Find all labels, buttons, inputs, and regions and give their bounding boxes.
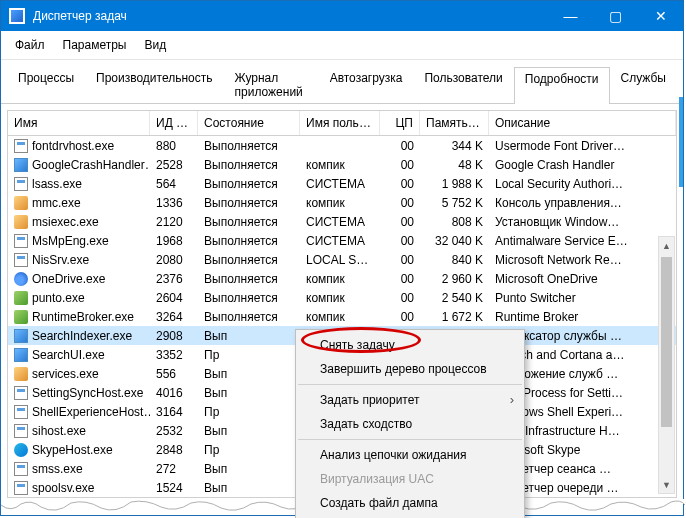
- proc-state: Выполняется: [198, 215, 300, 229]
- maximize-button[interactable]: ▢: [593, 1, 638, 31]
- proc-name: smss.exe: [32, 462, 83, 476]
- tab-processes[interactable]: Процессы: [7, 66, 85, 103]
- tab-services[interactable]: Службы: [610, 66, 677, 103]
- proc-cpu: 00: [380, 234, 420, 248]
- scroll-thumb[interactable]: [661, 257, 672, 427]
- table-row[interactable]: MsMpEng.exe1968ВыполняетсяСИСТЕМА0032 04…: [8, 231, 676, 250]
- proc-user: компик: [300, 196, 380, 210]
- proc-desc: Установщик Window…: [489, 215, 676, 229]
- proc-cpu: 00: [380, 158, 420, 172]
- table-row[interactable]: NisSrv.exe2080ВыполняетсяLOCAL SER…00840…: [8, 250, 676, 269]
- proc-pid: 564: [150, 177, 198, 191]
- process-icon: [14, 481, 28, 495]
- scroll-up-icon[interactable]: ▲: [659, 237, 674, 254]
- table-row[interactable]: OneDrive.exe2376Выполняетсякомпик002 960…: [8, 269, 676, 288]
- proc-user: СИСТЕМА: [300, 177, 380, 191]
- proc-state: Вып: [198, 424, 300, 438]
- proc-pid: 1968: [150, 234, 198, 248]
- proc-name: NisSrv.exe: [32, 253, 89, 267]
- process-icon: [14, 443, 28, 457]
- col-mem[interactable]: Память (ч…: [420, 111, 489, 135]
- ctx-set-affinity[interactable]: Задать сходство: [296, 412, 524, 436]
- ctx-end-tree[interactable]: Завершить дерево процессов: [296, 357, 524, 381]
- process-icon: [14, 139, 28, 153]
- col-name[interactable]: Имя: [8, 111, 150, 135]
- table-row[interactable]: RuntimeBroker.exe3264Выполняетсякомпик00…: [8, 307, 676, 326]
- tab-startup[interactable]: Автозагрузка: [319, 66, 414, 103]
- proc-pid: 2604: [150, 291, 198, 305]
- proc-state: Выполняется: [198, 158, 300, 172]
- proc-mem: 5 752 K: [420, 196, 489, 210]
- proc-cpu: 00: [380, 253, 420, 267]
- minimize-button[interactable]: —: [548, 1, 593, 31]
- table-row[interactable]: fontdrvhost.exe880Выполняется00344 KUser…: [8, 136, 676, 155]
- col-user[interactable]: Имя польз…: [300, 111, 380, 135]
- proc-state: Вып: [198, 329, 300, 343]
- proc-user: компик: [300, 272, 380, 286]
- vertical-scrollbar[interactable]: ▲ ▼: [658, 236, 675, 494]
- col-state[interactable]: Состояние: [198, 111, 300, 135]
- proc-desc: Local Security Authori…: [489, 177, 676, 191]
- process-icon: [14, 367, 28, 381]
- table-row[interactable]: lsass.exe564ВыполняетсяСИСТЕМА001 988 KL…: [8, 174, 676, 193]
- tab-users[interactable]: Пользователи: [413, 66, 513, 103]
- proc-cpu: 00: [380, 310, 420, 324]
- window-title: Диспетчер задач: [33, 9, 548, 23]
- col-cpu[interactable]: ЦП: [380, 111, 420, 135]
- process-icon: [14, 234, 28, 248]
- proc-state: Выполняется: [198, 310, 300, 324]
- proc-name: SkypeHost.exe: [32, 443, 113, 457]
- proc-name: MsMpEng.exe: [32, 234, 109, 248]
- proc-desc: Google Crash Handler: [489, 158, 676, 172]
- proc-desc: Консоль управления…: [489, 196, 676, 210]
- menu-view[interactable]: Вид: [136, 35, 174, 55]
- col-desc[interactable]: Описание: [489, 111, 676, 135]
- tab-app-history[interactable]: Журнал приложений: [224, 66, 319, 103]
- menu-file[interactable]: Файл: [7, 35, 53, 55]
- ctx-set-priority[interactable]: Задать приоритет: [296, 388, 524, 412]
- menu-options[interactable]: Параметры: [55, 35, 135, 55]
- proc-cpu: 00: [380, 177, 420, 191]
- scrollbar-accent: [679, 97, 683, 187]
- ctx-uac-virt[interactable]: Виртуализация UAC: [296, 467, 524, 491]
- process-icon: [14, 196, 28, 210]
- ctx-analyze-wait[interactable]: Анализ цепочки ожидания: [296, 443, 524, 467]
- proc-pid: 2080: [150, 253, 198, 267]
- proc-pid: 2848: [150, 443, 198, 457]
- proc-mem: 32 040 K: [420, 234, 489, 248]
- proc-state: Выполняется: [198, 253, 300, 267]
- table-row[interactable]: mmc.exe1336Выполняетсякомпик005 752 KКон…: [8, 193, 676, 212]
- proc-name: sihost.exe: [32, 424, 86, 438]
- table-row[interactable]: msiexec.exe2120ВыполняетсяСИСТЕМА00808 K…: [8, 212, 676, 231]
- table-row[interactable]: GoogleCrashHandler…2528Выполняетсякомпик…: [8, 155, 676, 174]
- proc-cpu: 00: [380, 215, 420, 229]
- proc-state: Вып: [198, 462, 300, 476]
- scroll-down-icon[interactable]: ▼: [659, 476, 674, 493]
- proc-state: Выполняется: [198, 177, 300, 191]
- ctx-end-task[interactable]: Снять задачу: [296, 333, 524, 357]
- proc-mem: 2 540 K: [420, 291, 489, 305]
- proc-name: msiexec.exe: [32, 215, 99, 229]
- proc-mem: 1 672 K: [420, 310, 489, 324]
- proc-pid: 2528: [150, 158, 198, 172]
- proc-state: Вып: [198, 481, 300, 495]
- close-button[interactable]: ✕: [638, 1, 683, 31]
- process-icon: [14, 158, 28, 172]
- proc-cpu: 00: [380, 291, 420, 305]
- proc-name: spoolsv.exe: [32, 481, 94, 495]
- tab-performance[interactable]: Производительность: [85, 66, 223, 103]
- table-row[interactable]: punto.exe2604Выполняетсякомпик002 540 KP…: [8, 288, 676, 307]
- col-pid[interactable]: ИД п…: [150, 111, 198, 135]
- proc-pid: 2120: [150, 215, 198, 229]
- ctx-sep: [298, 439, 522, 440]
- proc-state: Пр: [198, 405, 300, 419]
- proc-desc: Antimalware Service E…: [489, 234, 676, 248]
- titlebar[interactable]: Диспетчер задач — ▢ ✕: [1, 1, 683, 31]
- process-icon: [14, 386, 28, 400]
- tab-details[interactable]: Подробности: [514, 67, 610, 104]
- process-icon: [14, 329, 28, 343]
- ctx-create-dump[interactable]: Создать файл дампа: [296, 491, 524, 515]
- proc-state: Выполняется: [198, 272, 300, 286]
- proc-pid: 2376: [150, 272, 198, 286]
- proc-name: ShellExperienceHost…: [32, 405, 150, 419]
